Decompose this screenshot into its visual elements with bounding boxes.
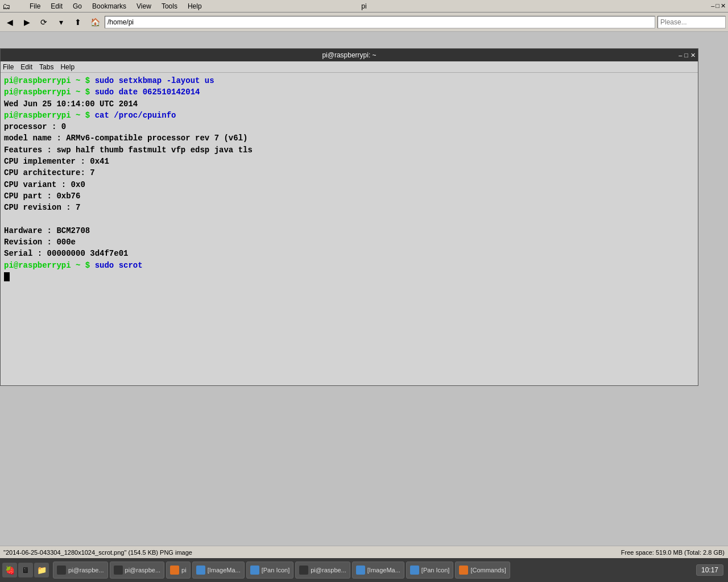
- terminal-line-4: pi@raspberrypi ~ $ cat /proc/cpuinfo: [4, 110, 694, 121]
- taskbar-icon-2: [170, 566, 179, 575]
- maximize-button[interactable]: □: [715, 2, 719, 10]
- taskbar-label-7: [Pan Icon]: [421, 567, 450, 573]
- status-fileinfo: Free space: 519.0 MB (Total: 2.8 GB): [621, 549, 725, 556]
- search-input[interactable]: [657, 16, 726, 28]
- taskbar-item-6[interactable]: [ImageMa...: [352, 562, 404, 579]
- file-manager-menu[interactable]: File Edit Go Bookmarks View Tools Help: [27, 1, 204, 11]
- terminal-line-3: Wed Jun 25 10:14:00 UTC 2014: [4, 98, 694, 110]
- taskbar-start[interactable]: 🍓 🖥 📁: [2, 563, 49, 577]
- terminal-titlebar: pi@raspberrypi: ~ – □ ✕: [1, 49, 698, 61]
- terminal-title: pi@raspberrypi: ~: [322, 51, 376, 59]
- menu-help[interactable]: Help: [185, 1, 204, 11]
- taskbar-label-3: [ImageMa...: [208, 567, 241, 573]
- terminal-menu-tabs[interactable]: Tabs: [39, 63, 53, 71]
- output-date: Wed Jun 25 10:14:00 UTC 2014: [4, 99, 138, 109]
- reload-button[interactable]: ⟳: [36, 15, 51, 30]
- terminal-line-modelname: model name : ARMv6-compatible processor …: [4, 132, 694, 144]
- terminal-line-features: Features : swp half thumb fastmult vfp e…: [4, 144, 694, 156]
- reload-dropdown-button[interactable]: ▾: [53, 15, 68, 30]
- taskbar-icon-8: [459, 566, 468, 575]
- terminal-line-revision: CPU revision : 7: [4, 202, 694, 213]
- taskbar-item-7[interactable]: [Pan Icon]: [406, 562, 454, 579]
- terminal-maximize[interactable]: □: [684, 52, 688, 59]
- close-button[interactable]: ✕: [721, 2, 726, 10]
- terminal-menu[interactable]: File Edit Tabs Help: [1, 61, 698, 73]
- cmd-last: sudo scrot: [95, 261, 143, 270]
- minimize-button[interactable]: –: [711, 2, 714, 10]
- taskbar-item-4[interactable]: [Pan Icon]: [246, 562, 294, 579]
- taskbar-label-5: pi@raspbe...: [311, 567, 346, 573]
- file-manager-titlebar: 🗂 File Edit Go Bookmarks View Tools Help…: [0, 0, 728, 13]
- terminal-close[interactable]: ✕: [690, 52, 696, 59]
- taskbar-label-1: pi@raspbe...: [125, 567, 161, 573]
- clock: 10:17: [696, 564, 723, 576]
- start-button-2[interactable]: 🖥: [18, 563, 33, 577]
- cmd-3: cat /proc/cpuinfo: [95, 111, 176, 120]
- start-button-1[interactable]: 🍓: [2, 563, 17, 577]
- taskbar-item-2[interactable]: pi: [166, 562, 191, 579]
- terminal-line-hardware: Hardware : BCM2708: [4, 225, 694, 236]
- file-manager-toolbar: ◀ ▶ ⟳ ▾ ⬆ 🏠 /home/pi: [0, 13, 728, 32]
- window-controls[interactable]: – □ ✕: [711, 2, 726, 10]
- taskbar-label-4: [Pan Icon]: [262, 567, 290, 573]
- terminal-line-implementer: CPU implementer : 0x41: [4, 156, 694, 167]
- terminal-body[interactable]: pi@raspberrypi ~ $ sudo setxkbmap -layou…: [1, 73, 698, 385]
- menu-edit[interactable]: Edit: [48, 1, 65, 11]
- taskbar-item-8[interactable]: [Commands]: [455, 562, 510, 579]
- taskbar-label-6: [ImageMa...: [367, 567, 400, 573]
- terminal-line-1: pi@raspberrypi ~ $ sudo setxkbmap -layou…: [4, 75, 694, 86]
- status-filename: "2014-06-25-043304_1280x1024_scrot.png" …: [3, 549, 621, 556]
- menu-tools[interactable]: Tools: [159, 1, 180, 11]
- home-button[interactable]: 🏠: [88, 15, 102, 30]
- taskbar-icon-7: [410, 566, 419, 575]
- menu-view[interactable]: View: [134, 1, 154, 11]
- taskbar-icon-5: [299, 566, 308, 575]
- cmd-2: sudo date 062510142014: [95, 88, 200, 97]
- menu-bookmarks[interactable]: Bookmarks: [90, 1, 129, 11]
- app-icon: 🗂: [2, 2, 10, 11]
- taskbar: 🍓 🖥 📁 pi@raspbe... pi@raspbe... pi [Imag…: [0, 558, 728, 582]
- taskbar-item-0[interactable]: pi@raspbe...: [53, 562, 108, 579]
- taskbar-icon-0: [57, 566, 66, 575]
- taskbar-item-3[interactable]: [ImageMa...: [192, 562, 245, 579]
- start-button-3[interactable]: 📁: [34, 563, 49, 577]
- up-button[interactable]: ⬆: [71, 15, 85, 30]
- terminal-menu-help[interactable]: Help: [60, 63, 75, 71]
- cmd-1: sudo setxkbmap -layout us: [95, 76, 214, 85]
- terminal-cursor-line: [4, 271, 694, 282]
- taskbar-icon-1: [114, 566, 123, 575]
- taskbar-icon-6: [356, 566, 365, 575]
- terminal-line-2: pi@raspberrypi ~ $ sudo date 06251014201…: [4, 86, 694, 98]
- terminal-line-variant: CPU variant : 0x0: [4, 179, 694, 190]
- taskbar-item-1[interactable]: pi@raspbe...: [110, 562, 165, 579]
- terminal-line-arch: CPU architecture: 7: [4, 167, 694, 178]
- terminal-line-hw-revision: Revision : 000e: [4, 236, 694, 248]
- taskbar-right: 10:17: [696, 564, 726, 576]
- address-bar[interactable]: /home/pi: [105, 16, 655, 28]
- window-title: pi: [361, 2, 366, 10]
- menu-go[interactable]: Go: [71, 1, 84, 11]
- status-bar: "2014-06-25-043304_1280x1024_scrot.png" …: [0, 546, 728, 558]
- forward-button[interactable]: ▶: [19, 15, 34, 30]
- terminal-line-processor: processor : 0: [4, 121, 694, 132]
- taskbar-item-5[interactable]: pi@raspbe...: [295, 562, 350, 579]
- menu-file[interactable]: File: [27, 1, 43, 11]
- address-text: /home/pi: [107, 18, 134, 26]
- terminal-menu-file[interactable]: File: [3, 63, 14, 71]
- back-button[interactable]: ◀: [2, 15, 17, 30]
- taskbar-label-0: pi@raspbe...: [68, 567, 104, 573]
- taskbar-icon-4: [250, 566, 259, 575]
- taskbar-icon-3: [196, 566, 205, 575]
- terminal-line-serial: Serial : 00000000 3d4f7e01: [4, 248, 694, 259]
- terminal-blank: [4, 214, 694, 225]
- terminal-line-last: pi@raspberrypi ~ $ sudo scrot: [4, 260, 694, 271]
- terminal-minimize[interactable]: –: [679, 52, 682, 59]
- prompt-2: pi@raspberrypi ~ $: [4, 88, 95, 97]
- terminal-menu-edit[interactable]: Edit: [20, 63, 32, 71]
- terminal-line-part: CPU part : 0xb76: [4, 190, 694, 202]
- taskbar-label-2: pi: [181, 567, 187, 573]
- prompt-last: pi@raspberrypi ~ $: [4, 261, 95, 270]
- terminal-window-controls[interactable]: – □ ✕: [679, 52, 696, 59]
- terminal-window: pi@raspberrypi: ~ – □ ✕ File Edit Tabs H…: [0, 48, 698, 386]
- prompt-3: pi@raspberrypi ~ $: [4, 111, 95, 120]
